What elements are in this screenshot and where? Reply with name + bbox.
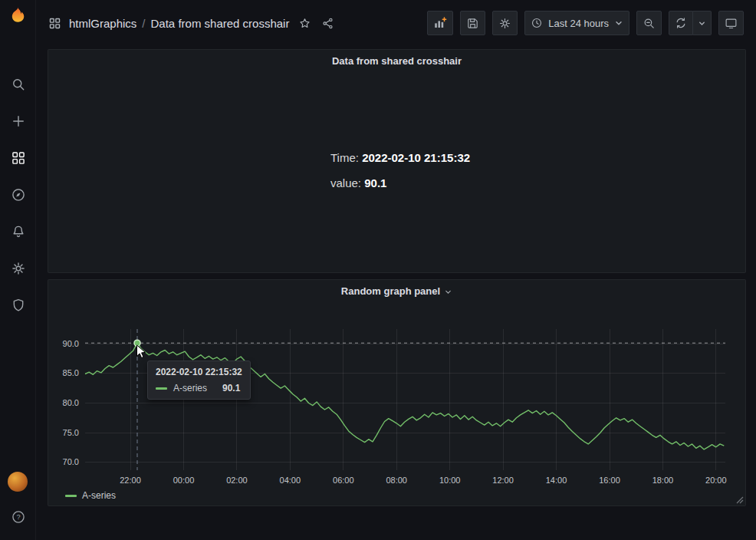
sidebar-item-configuration[interactable] bbox=[0, 250, 36, 287]
refresh-icon bbox=[675, 17, 687, 29]
panel-crosshair-header[interactable]: Data from shared crosshair bbox=[48, 50, 745, 71]
gear-icon bbox=[498, 17, 511, 30]
svg-text:90.0: 90.0 bbox=[63, 339, 79, 348]
svg-text:16:00: 16:00 bbox=[599, 476, 620, 485]
gear-icon bbox=[11, 261, 26, 276]
sidebar-item-server-admin[interactable] bbox=[0, 287, 36, 324]
help-icon: ? bbox=[11, 509, 26, 525]
svg-text:08:00: 08:00 bbox=[386, 476, 407, 485]
svg-text:20:00: 20:00 bbox=[705, 476, 727, 485]
breadcrumb-folder[interactable]: htmlGraphics bbox=[69, 17, 136, 30]
refresh-button-group bbox=[669, 11, 712, 35]
refresh-button[interactable] bbox=[669, 11, 693, 35]
bell-icon bbox=[11, 224, 26, 239]
user-avatar[interactable] bbox=[8, 472, 28, 492]
cycle-view-mode-button[interactable] bbox=[718, 11, 744, 35]
breadcrumb: htmlGraphics / Data from shared crosshai… bbox=[69, 17, 289, 30]
svg-text:?: ? bbox=[16, 513, 20, 521]
zoom-out-icon bbox=[643, 17, 656, 30]
panel-crosshair: Data from shared crosshair Time: 2022-02… bbox=[48, 49, 746, 273]
legend-swatch bbox=[65, 495, 77, 497]
tooltip-series-name: A-series bbox=[173, 383, 207, 393]
panel-title: Random graph panel bbox=[341, 285, 440, 297]
sidebar-item-create[interactable] bbox=[0, 103, 36, 140]
value-label: value: bbox=[330, 176, 361, 189]
breadcrumb-separator: / bbox=[142, 17, 145, 30]
svg-text:06:00: 06:00 bbox=[333, 476, 354, 485]
graph-tooltip: 2022-02-10 22:15:32 A-series 90.1 bbox=[147, 361, 251, 400]
star-icon[interactable] bbox=[298, 17, 311, 30]
grafana-logo[interactable] bbox=[0, 5, 36, 25]
compass-icon bbox=[11, 187, 26, 202]
refresh-interval-dropdown[interactable] bbox=[693, 11, 712, 35]
chevron-down-icon bbox=[698, 19, 706, 28]
dashboard-content: Data from shared crosshair Time: 2022-02… bbox=[36, 0, 756, 540]
sidebar: ? bbox=[0, 0, 36, 540]
time-value: 2022-02-10 21:15:32 bbox=[362, 151, 470, 164]
legend-item-a-series[interactable]: A-series bbox=[65, 490, 116, 501]
add-panel-button[interactable] bbox=[427, 11, 453, 35]
clock-icon bbox=[531, 17, 543, 29]
apps-grid-icon bbox=[48, 17, 61, 30]
time-range-picker[interactable]: Last 24 hours bbox=[524, 11, 629, 35]
add-panel-icon bbox=[433, 16, 447, 30]
plus-icon bbox=[11, 114, 26, 129]
sidebar-item-search[interactable] bbox=[0, 66, 36, 103]
chevron-down-icon bbox=[614, 18, 623, 28]
svg-text:14:00: 14:00 bbox=[546, 476, 567, 485]
grafana-flame-icon bbox=[8, 5, 28, 25]
dashboard-navbar: htmlGraphics / Data from shared crosshai… bbox=[36, 0, 756, 46]
panel-resize-handle[interactable] bbox=[736, 496, 744, 504]
panel-menu-chevron-icon[interactable] bbox=[444, 288, 452, 296]
shield-icon bbox=[11, 298, 26, 313]
sidebar-item-dashboards[interactable] bbox=[0, 140, 36, 176]
svg-text:02:00: 02:00 bbox=[226, 476, 248, 485]
svg-text:80.0: 80.0 bbox=[63, 398, 79, 407]
sidebar-item-alerting[interactable] bbox=[0, 213, 36, 250]
svg-text:10:00: 10:00 bbox=[439, 476, 461, 485]
dashboard-settings-button[interactable] bbox=[492, 11, 518, 35]
svg-text:70.0: 70.0 bbox=[63, 457, 79, 466]
save-dashboard-button[interactable] bbox=[460, 11, 485, 35]
svg-text:12:00: 12:00 bbox=[492, 476, 514, 485]
navbar-actions: Last 24 hours bbox=[427, 11, 744, 35]
dashboards-grid-icon bbox=[11, 150, 26, 166]
panel-graph-header[interactable]: Random graph panel bbox=[48, 280, 745, 301]
search-icon bbox=[11, 77, 26, 92]
tooltip-series-swatch bbox=[156, 387, 167, 390]
time-series-chart[interactable]: 70.075.080.085.090.022:0000:0002:0004:00… bbox=[54, 323, 741, 496]
breadcrumb-dashboard[interactable]: Data from shared crosshair bbox=[151, 17, 290, 30]
panel-title: Data from shared crosshair bbox=[332, 55, 462, 67]
save-icon bbox=[466, 17, 479, 30]
svg-text:22:00: 22:00 bbox=[120, 476, 141, 485]
value-value: 90.1 bbox=[364, 176, 386, 189]
svg-text:18:00: 18:00 bbox=[652, 476, 674, 485]
crosshair-readout: Time: 2022-02-10 21:15:32 value: 90.1 bbox=[330, 151, 470, 202]
svg-text:00:00: 00:00 bbox=[173, 476, 195, 485]
share-icon[interactable] bbox=[321, 17, 334, 30]
svg-text:85.0: 85.0 bbox=[63, 368, 79, 377]
time-label: Time: bbox=[330, 151, 359, 164]
time-range-label: Last 24 hours bbox=[548, 18, 609, 29]
svg-text:75.0: 75.0 bbox=[63, 428, 79, 437]
zoom-out-time-button[interactable] bbox=[636, 11, 662, 35]
sidebar-item-explore[interactable] bbox=[0, 176, 36, 213]
sidebar-item-help[interactable]: ? bbox=[0, 506, 36, 528]
tv-icon bbox=[725, 17, 738, 30]
tooltip-series-value: 90.1 bbox=[222, 383, 240, 393]
legend-label: A-series bbox=[82, 490, 116, 501]
svg-text:04:00: 04:00 bbox=[280, 476, 301, 485]
tooltip-time: 2022-02-10 22:15:32 bbox=[156, 367, 242, 377]
